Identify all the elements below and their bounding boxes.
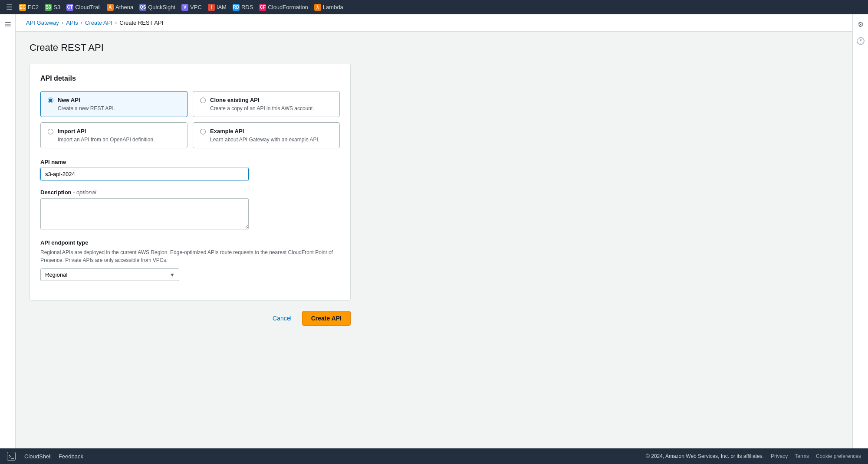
ec2-icon: EC (19, 4, 26, 11)
right-rail: ⚙ 🕐 (852, 14, 868, 464)
lambda-label: Lambda (323, 4, 343, 10)
breadcrumb-sep-3: › (115, 20, 117, 26)
option-new-api[interactable]: New API Create a new REST API. (40, 91, 187, 117)
nav-item-ec2[interactable]: ECEC2 (16, 3, 41, 12)
topbar: ☰ ECEC2S3S3CTCloudTrailAAthenaQSQuickSig… (0, 0, 868, 14)
copyright-text: © 2024, Amazon Web Services, Inc. or its… (646, 453, 764, 459)
s3-label: S3 (53, 4, 60, 10)
option-clone-api-desc: Create a copy of an API in this AWS acco… (210, 105, 314, 111)
option-example-api[interactable]: Example API Learn about API Gateway with… (193, 122, 340, 148)
rds-icon: RD (233, 4, 240, 11)
cloudtrail-icon: CT (66, 4, 73, 11)
nav-item-rds[interactable]: RDRDS (230, 3, 256, 12)
lambda-icon: λ (314, 4, 321, 11)
breadcrumb: API Gateway › APIs › Create API › Create… (16, 14, 852, 32)
nav-item-cloudtrail[interactable]: CTCloudTrail (64, 3, 103, 12)
feedback-label[interactable]: Feedback (59, 453, 83, 460)
nav-item-athena[interactable]: AAthena (104, 3, 136, 12)
endpoint-type-group: API endpoint type Regional APIs are depl… (40, 239, 340, 281)
breadcrumb-current: Create REST API (119, 20, 163, 26)
endpoint-type-hint: Regional APIs are deployed in the curren… (40, 248, 340, 264)
vpc-label: VPC (190, 4, 202, 10)
nav-item-cloudformation[interactable]: CFCloudFormation (256, 3, 311, 12)
actions-row: Cancel Create API (30, 311, 351, 326)
radio-clone-api[interactable] (200, 98, 206, 103)
radio-new-api[interactable] (48, 98, 53, 103)
cancel-button[interactable]: Cancel (267, 312, 297, 324)
rail-menu-btn[interactable] (1, 18, 14, 31)
option-import-api-desc: Import an API from an OpenAPI definition… (58, 137, 155, 143)
nav-item-quicksight[interactable]: QSQuickSight (137, 3, 178, 12)
iam-label: IAM (217, 4, 227, 10)
ec2-label: EC2 (28, 4, 39, 10)
svg-rect-0 (5, 22, 11, 23)
option-example-api-label: Example API (210, 128, 319, 134)
description-group: Description - optional (40, 189, 340, 231)
footer-bar: >_ CloudShell Feedback © 2024, Amazon We… (0, 448, 868, 464)
endpoint-select-wrapper: Regional Edge optimized Private ▼ (40, 268, 179, 281)
nav-item-iam[interactable]: IIAM (205, 3, 229, 12)
description-optional: - optional (73, 189, 96, 196)
radio-import-api[interactable] (48, 129, 53, 134)
svg-rect-1 (5, 24, 11, 25)
page-body: Create REST API API details New API Crea… (16, 32, 852, 336)
cloudformation-label: CloudFormation (268, 4, 308, 10)
api-name-group: API name (40, 159, 340, 180)
option-import-api-label: Import API (58, 128, 155, 134)
breadcrumb-sep-2: › (81, 20, 82, 26)
footer-right: © 2024, Amazon Web Services, Inc. or its… (646, 453, 861, 459)
cloudformation-icon: CF (259, 4, 266, 11)
cloudshell-label[interactable]: CloudShell (24, 453, 52, 460)
right-rail-clock-btn[interactable]: 🕐 (854, 34, 867, 47)
endpoint-type-label: API endpoint type (40, 239, 340, 246)
athena-icon: A (107, 4, 114, 11)
cookie-link[interactable]: Cookie preferences (816, 453, 861, 459)
nav-item-vpc[interactable]: VVPC (179, 3, 204, 12)
right-rail-settings-btn[interactable]: ⚙ (854, 18, 867, 31)
nav-item-lambda[interactable]: λLambda (312, 3, 346, 12)
quicksight-icon: QS (139, 4, 146, 11)
cloudtrail-label: CloudTrail (75, 4, 101, 10)
radio-example-api[interactable] (200, 129, 206, 134)
page-title: Create REST API (30, 42, 838, 53)
option-example-api-desc: Learn about API Gateway with an example … (210, 137, 319, 143)
breadcrumb-api-gateway[interactable]: API Gateway (26, 20, 59, 26)
endpoint-type-select[interactable]: Regional Edge optimized Private (40, 268, 179, 281)
breadcrumb-apis[interactable]: APIs (66, 20, 78, 26)
api-details-card: API details New API Create a new REST AP… (30, 64, 351, 301)
card-title: API details (40, 75, 340, 82)
main-content: API Gateway › APIs › Create API › Create… (16, 14, 852, 464)
api-name-input[interactable] (40, 168, 249, 180)
create-api-button[interactable]: Create API (302, 311, 351, 326)
option-new-api-desc: Create a new REST API. (58, 105, 115, 111)
breadcrumb-create-api[interactable]: Create API (85, 20, 112, 26)
left-rail (0, 14, 16, 464)
iam-icon: I (208, 4, 215, 11)
breadcrumb-sep-1: › (62, 20, 63, 26)
api-options-grid: New API Create a new REST API. Clone exi… (40, 91, 340, 148)
description-label: Description - optional (40, 189, 340, 196)
s3-icon: S3 (45, 4, 52, 11)
athena-label: Athena (115, 4, 133, 10)
rds-label: RDS (241, 4, 253, 10)
option-clone-api[interactable]: Clone existing API Create a copy of an A… (193, 91, 340, 117)
option-new-api-label: New API (58, 97, 115, 103)
privacy-link[interactable]: Privacy (771, 453, 788, 459)
cloudshell-icon: >_ (7, 452, 16, 461)
description-input[interactable] (40, 198, 249, 229)
option-import-api[interactable]: Import API Import an API from an OpenAPI… (40, 122, 187, 148)
vpc-icon: V (181, 4, 188, 11)
svg-rect-2 (5, 26, 11, 26)
terms-link[interactable]: Terms (795, 453, 809, 459)
quicksight-label: QuickSight (148, 4, 175, 10)
api-name-label: API name (40, 159, 340, 165)
menu-toggle[interactable]: ☰ (3, 2, 15, 12)
nav-item-s3[interactable]: S3S3 (42, 3, 63, 12)
option-clone-api-label: Clone existing API (210, 97, 314, 103)
